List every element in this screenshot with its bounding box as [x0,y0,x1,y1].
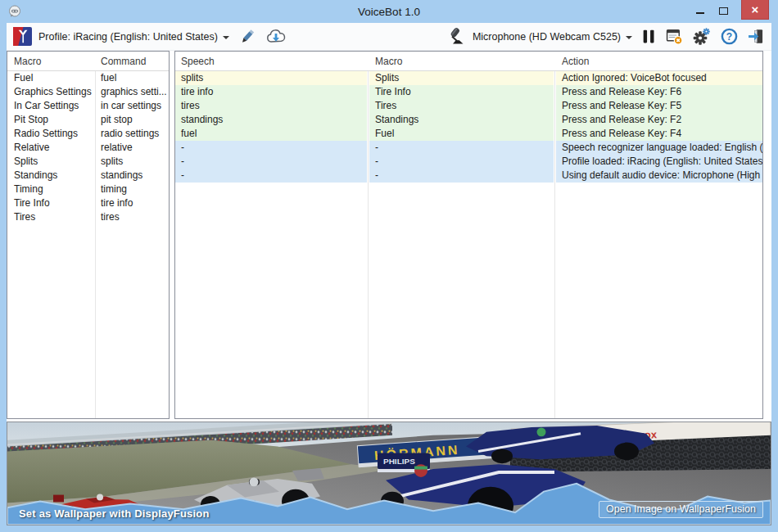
log-row[interactable]: splitsSplitsAction Ignored: VoiceBot foc… [175,71,762,85]
close-icon: × [752,2,759,16]
macro-cell: - [375,156,378,167]
edit-profile-button[interactable] [239,29,256,45]
command-cell: graphics setti... [95,85,169,99]
window-minimize-button[interactable] [689,0,712,21]
gear-icon [693,28,711,46]
log-row[interactable]: standingsStandingsPress and Release Key:… [175,113,762,127]
microphone-dropdown[interactable]: Microphone (HD Webcam C525) [466,31,632,43]
speech-cell: - [181,142,184,153]
macro-cell: Radio Settings [7,127,95,141]
table-row[interactable]: Tirestires [7,210,169,224]
window-content: Profile: iRacing (English: United States… [7,23,771,525]
minimize-icon [696,12,704,14]
command-cell: tire info [95,196,169,210]
speech-cell: fuel [181,128,197,139]
table-row[interactable]: In Car Settingsin car settings [7,99,169,113]
chevron-down-icon [626,36,632,39]
pencil-icon [239,29,256,45]
pause-icon [642,28,656,45]
macro-cell: Fuel [375,128,394,139]
header-action[interactable]: Action [556,56,762,67]
help-icon: ? [721,28,738,45]
blue-race-car-rear [466,426,654,463]
command-cell: splits [95,155,169,169]
pause-listening-button[interactable] [642,28,656,45]
toolbar: Profile: iRacing (English: United States… [7,23,771,51]
log-row[interactable]: tiresTiresPress and Release Key: F5 [175,99,762,113]
set-wallpaper-link[interactable]: Set as Wallpaper with DisplayFusion [19,507,210,520]
command-cell: pit stop [95,113,169,127]
command-cell: standings [95,169,169,183]
command-cell: in car settings [95,99,169,113]
action-cell: Profile loaded: iRacing (English: United… [562,156,762,167]
table-row[interactable]: Relativerelative [7,141,169,155]
table-row[interactable]: Timingtiming [7,183,169,196]
window-close-button[interactable]: × [741,0,769,20]
action-cell: Using default audio device: Microphone (… [562,169,762,181]
macro-cell: Standings [7,169,95,183]
table-row[interactable]: Splitssplits [7,155,169,169]
log-row[interactable]: tire infoTire InfoPress and Release Key:… [175,85,762,99]
exit-button[interactable] [748,28,765,45]
macro-cell: Tire Info [375,86,411,97]
settings-button[interactable] [693,28,711,46]
log-row[interactable]: fuelFuelPress and Release Key: F4 [175,127,762,141]
svg-text:?: ? [726,31,732,43]
speech-log-panel: Speech Macro Action splitsSplitsAction I… [174,51,763,419]
macro-table-header: Macro Command [7,52,169,71]
chevron-down-icon [223,36,229,39]
app-window: VoiceBot 1.0 × Profile: iRacing (English… [0,0,778,532]
header-macro[interactable]: Macro [7,56,95,67]
macro-cell: Tire Info [7,196,95,210]
log-row[interactable]: --Speech recognizer language loaded: Eng… [175,141,762,155]
macro-cell: Standings [375,114,418,125]
log-row[interactable]: --Using default audio device: Microphone… [175,169,762,183]
header-speech[interactable]: Speech [175,56,369,67]
action-cell: Action Ignored: VoiceBot focused [562,72,707,83]
header-command[interactable]: Command [95,56,169,67]
table-row[interactable]: Standingsstandings [7,169,169,183]
table-row[interactable]: Radio Settingsradio settings [7,127,169,141]
header-macro[interactable]: Macro [369,56,556,67]
exit-door-icon [748,28,765,45]
macro-cell: - [375,142,378,153]
macro-cell: - [375,169,378,181]
svg-text:PHILIPS: PHILIPS [383,457,415,466]
download-profiles-button[interactable] [265,28,287,45]
command-cell: radio settings [95,127,169,141]
speech-cell: splits [181,72,203,83]
action-cell: Press and Release Key: F6 [562,86,681,97]
table-row[interactable]: Pit Stoppit stop [7,113,169,127]
table-row[interactable]: Fuelfuel [7,71,169,85]
log-row[interactable]: --Profile loaded: iRacing (English: Unit… [175,155,762,169]
macro-cell: Pit Stop [7,113,95,127]
maximize-icon [719,7,728,15]
open-image-link[interactable]: Open Image on WallpaperFusion [599,501,763,518]
window-title: VoiceBot 1.0 [0,6,778,18]
voicebot-window-icon [7,4,22,19]
wallpaper-preview: HÖRMANN xtandit xerox xtandit xerox [7,422,771,525]
window-maximize-button[interactable] [712,0,735,21]
panels-area: Macro Command Fuelfuel Graphics Settings… [7,51,771,419]
help-button[interactable]: ? [721,28,738,45]
command-cell: fuel [95,71,169,85]
macro-cell: Graphics Settings [7,85,95,99]
commands-window-button[interactable] [666,28,683,45]
titlebar: VoiceBot 1.0 × [0,0,778,23]
log-rows: splitsSplitsAction Ignored: VoiceBot foc… [175,71,762,183]
macro-cell: Tires [375,100,396,111]
speech-cell: tire info [181,86,213,97]
macro-cell: Splits [375,72,399,83]
profile-label: Profile: iRacing (English: United States… [38,31,218,43]
command-cell: tires [95,210,169,224]
speech-cell: - [181,169,184,181]
table-row[interactable]: Tire Infotire info [7,196,169,210]
macro-cell: Timing [7,183,95,196]
speech-cell: standings [181,114,223,125]
speech-cell: - [181,156,184,167]
profile-dropdown[interactable]: Profile: iRacing (English: United States… [32,31,229,43]
log-table-header: Speech Macro Action [175,52,762,71]
macro-rows: Fuelfuel Graphics Settingsgraphics setti… [7,71,169,224]
action-cell: Press and Release Key: F5 [562,100,681,111]
table-row[interactable]: Graphics Settingsgraphics setti... [7,85,169,99]
